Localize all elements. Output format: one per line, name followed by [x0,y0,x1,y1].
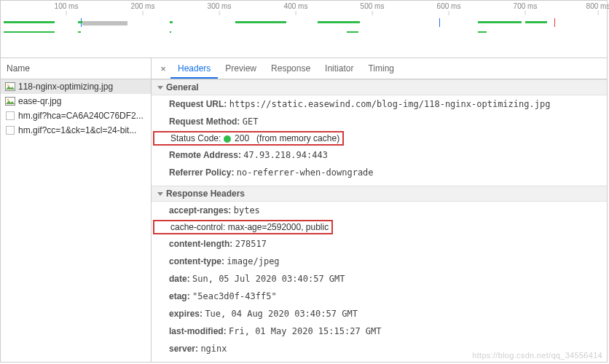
highlight-status-code: Status Code: 200 (from memory cache) [153,131,344,146]
label: status: [169,361,197,362]
headers-panel[interactable]: General Request URL: https://static.ease… [152,79,607,362]
label: accept-ranges: [169,205,231,215]
waterfall-bar [78,31,81,33]
close-icon[interactable]: × [156,63,170,74]
file-icon [5,126,15,135]
svg-point-1 [7,84,9,87]
label: date: [169,274,190,284]
response-header-row: server: nginx [152,340,607,357]
svg-point-3 [7,99,9,101]
value: "5eac3d0f-43ff5" [192,291,277,301]
value: Tue, 04 Aug 2020 03:40:57 GMT [205,309,358,319]
section-title: General [166,82,199,92]
waterfall-marker [554,18,555,27]
tick-500ms: 500 ms [361,2,385,10]
request-row[interactable]: 118-nginx-optimizing.jpg [1,79,151,94]
value: 47.93.218.94:443 [243,150,328,160]
value: 200 [235,133,249,143]
request-name: hm.gif?hca=CA6A240C76DF2... [18,111,144,121]
value: GET [243,116,259,127]
response-header-row: last-modified: Fri, 01 May 2020 15:15:27… [152,323,607,340]
field-remote-address: Remote Address: 47.93.218.94:443 [152,146,607,164]
label: Request URL: [169,99,227,109]
status-note: (from memory cache) [256,133,339,143]
waterfall-bar [318,21,360,23]
label: etag: [169,291,190,301]
tick-700ms: 700 ms [514,2,538,10]
request-list: Name 118-nginx-optimizing.jpgease-qr.jpg… [1,58,152,362]
tab-preview[interactable]: Preview [218,58,264,79]
tab-timing[interactable]: Timing [361,58,401,79]
column-header-name[interactable]: Name [1,58,151,79]
response-header-row: content-length: 278517 [152,235,607,253]
waterfall-bar [235,21,286,23]
waterfall-bar [4,21,55,23]
section-title: Response Headers [166,189,245,199]
tab-initiator[interactable]: Initiator [318,58,361,79]
section-response-headers[interactable]: Response Headers [152,186,607,202]
status-dot-icon [224,135,231,143]
request-row[interactable]: hm.gif?cc=1&ck=1&cl=24-bit... [1,123,151,138]
highlight-cache-control: cache-control: max-age=2592000, public [153,220,333,234]
waterfall-bar [525,21,547,23]
waterfall-bar [82,21,127,25]
waterfall-bar [347,31,358,33]
image-file-icon [5,82,15,91]
value: https://static.easewind.com/blog-img/118… [229,99,551,109]
label: Request Method: [169,116,240,127]
tick-100ms: 100 ms [55,2,79,10]
response-header-row: content-type: image/jpeg [152,253,607,270]
tab-headers[interactable]: Headers [170,58,218,79]
tick-800ms: 800 ms [586,2,609,10]
response-header-row: date: Sun, 05 Jul 2020 03:40:57 GMT [152,270,607,288]
waterfall-bar [478,31,487,33]
tick-600ms: 600 ms [437,2,461,10]
value: bytes [234,205,260,215]
label: server: [169,344,198,354]
waterfall-bar [170,31,171,33]
response-header-row: expires: Tue, 04 Aug 2020 03:40:57 GMT [152,305,607,323]
tick-300ms: 300 ms [208,2,232,10]
label: cache-control: [170,222,225,232]
label: content-type: [169,256,224,266]
waterfall-bar [78,21,82,23]
value: Sun, 05 Jul 2020 03:40:57 GMT [192,274,345,284]
value: nginx [200,344,227,354]
waterfall-bar [170,21,173,23]
chevron-down-icon [157,192,163,196]
timeline-overview[interactable]: 100 ms 200 ms 300 ms 400 ms 500 ms 600 m… [1,1,607,58]
value: Fri, 01 May 2020 15:15:27 GMT [229,326,382,336]
value: max-age=2592000, public [228,222,329,232]
response-header-row: etag: "5eac3d0f-43ff5" [152,288,607,305]
response-header-row: accept-ranges: bytes [152,202,607,219]
file-icon [5,111,15,120]
field-referrer-policy: Referrer Policy: no-referrer-when-downgr… [152,164,607,181]
chevron-down-icon [157,86,163,90]
value: 200 [200,361,216,362]
label: Remote Address: [169,150,241,160]
label: expires: [169,309,203,319]
response-header-row: status: 200 [152,357,607,362]
waterfall-marker [439,18,440,27]
value: no-referrer-when-downgrade [237,167,374,178]
field-request-method: Request Method: GET [152,113,607,130]
tick-200ms: 200 ms [131,2,155,10]
waterfall-bar [478,21,522,23]
value: 278517 [235,239,267,249]
tab-bar: × Headers Preview Response Initiator Tim… [152,58,607,79]
label: Status Code: [170,133,221,143]
request-row[interactable]: hm.gif?hca=CA6A240C76DF2... [1,108,151,123]
svg-rect-4 [7,112,15,120]
image-file-icon [5,97,15,106]
tick-400ms: 400 ms [284,2,308,10]
value: image/jpeg [227,256,279,266]
request-row[interactable]: ease-qr.jpg [1,94,151,108]
tab-response[interactable]: Response [264,58,318,79]
field-request-url: Request URL: https://static.easewind.com… [152,95,607,113]
label: last-modified: [169,326,227,336]
label: Referrer Policy: [169,167,234,178]
svg-rect-5 [7,127,15,135]
section-general[interactable]: General [152,79,607,95]
label: content-length: [169,239,232,249]
request-name: ease-qr.jpg [18,96,61,106]
